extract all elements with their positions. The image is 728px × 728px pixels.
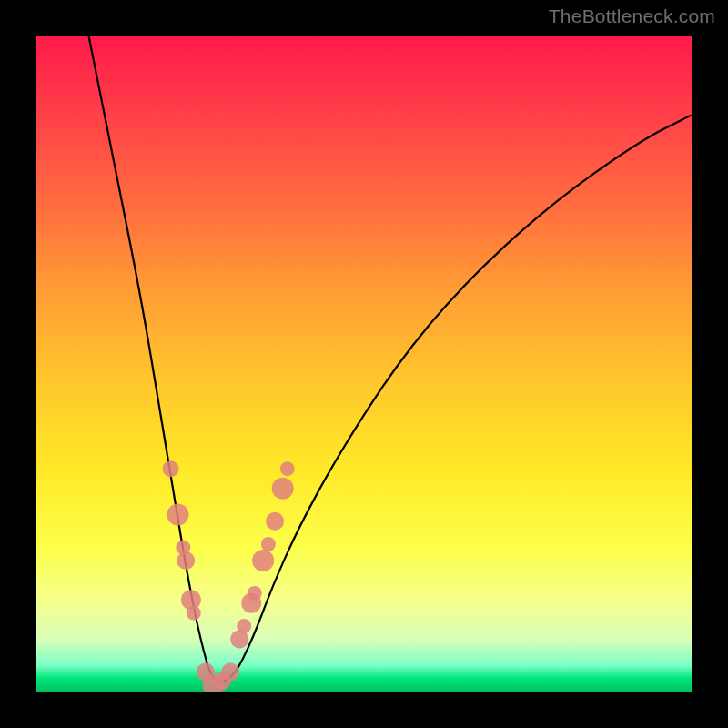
marker-dot xyxy=(272,478,294,500)
marker-dot xyxy=(280,461,295,476)
marker-dot xyxy=(237,619,251,633)
marker-dot xyxy=(261,537,276,551)
marker-dot xyxy=(167,504,189,526)
watermark-text: TheBottleneck.com xyxy=(549,5,715,27)
bottleneck-chart xyxy=(36,36,692,692)
marker-dot xyxy=(252,550,274,571)
marker-dot xyxy=(163,460,179,477)
marker-dot xyxy=(177,551,195,570)
bottleneck-curve xyxy=(89,36,692,682)
marker-dot xyxy=(221,662,239,681)
plot-area xyxy=(36,36,692,692)
marker-dots xyxy=(163,460,295,692)
marker-dot xyxy=(187,606,201,621)
marker-dot xyxy=(266,512,284,531)
marker-dot xyxy=(248,586,262,601)
